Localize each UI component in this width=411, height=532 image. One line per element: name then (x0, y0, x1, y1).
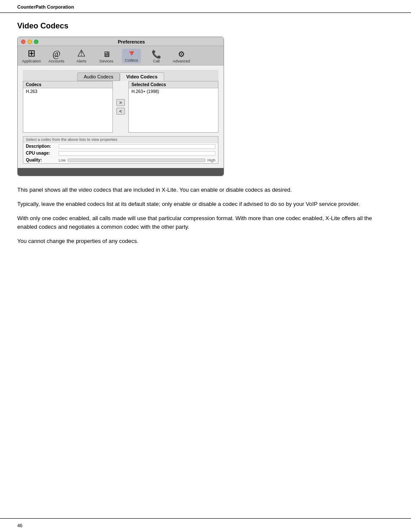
alerts-label: Alerts (77, 59, 87, 63)
cpu-label: CPU usage: (26, 151, 56, 156)
codec-arrows: > < (113, 81, 128, 133)
description-row: Description: (23, 143, 218, 150)
main-content: Video Codecs Preferences ⊞ Application @… (0, 13, 411, 268)
toolbar-item-codecs[interactable]: 🔻 Codecs (122, 49, 141, 63)
body-paragraph-2: Typically, leave the enabled codecs list… (17, 200, 379, 209)
quality-bar-container: Low High (59, 158, 215, 162)
tab-video-codecs[interactable]: Video Codecs (120, 72, 164, 81)
quality-low-label: Low (59, 158, 66, 162)
toolbar-item-accounts[interactable]: @ Accounts (47, 50, 66, 63)
selected-codec-item-h263plus[interactable]: H.263+ (1998) (129, 88, 218, 95)
alerts-icon: ⚠ (77, 49, 86, 58)
body-paragraph-3: With only one codec enabled, all calls m… (17, 214, 379, 232)
toolbar-item-advanced[interactable]: ⚙ Advanced (172, 50, 191, 63)
toolbar-item-application[interactable]: ⊞ Application (22, 49, 41, 63)
preferences-dialog: Preferences ⊞ Application @ Accounts ⚠ A… (17, 37, 224, 176)
quality-label: Quality: (26, 158, 56, 162)
codec-panel: Codecs H.263 > < Selected Codecs H.263+ … (23, 81, 218, 133)
move-right-button[interactable]: > (116, 99, 125, 106)
devices-icon: 🖥 (103, 50, 110, 58)
application-icon: ⊞ (28, 49, 35, 58)
dialog-title: Preferences (43, 39, 220, 44)
advanced-icon: ⚙ (178, 50, 185, 58)
application-label: Application (22, 59, 41, 63)
page-footer: 46 (0, 518, 411, 532)
toolbar-item-devices[interactable]: 🖥 Devices (97, 50, 116, 63)
codecs-icon: 🔻 (127, 50, 136, 57)
cpu-value (59, 151, 215, 156)
toolbar-item-call[interactable]: 📞 Call (147, 50, 166, 63)
section-title: Video Codecs (17, 22, 394, 31)
devices-label: Devices (100, 59, 113, 63)
toolbar: ⊞ Application @ Accounts ⚠ Alerts 🖥 Devi… (18, 46, 224, 65)
close-button[interactable] (21, 40, 25, 44)
cpu-row: CPU usage: (23, 150, 218, 157)
selected-codecs-list: Selected Codecs H.263+ (1998) (128, 81, 218, 133)
maximize-button[interactable] (34, 40, 38, 44)
traffic-lights (21, 40, 38, 44)
body-paragraph-4: You cannot change the properties of any … (17, 237, 379, 246)
description-value (59, 144, 215, 149)
codecs-list-header: Codecs (23, 81, 112, 88)
description-label: Description: (26, 144, 56, 149)
call-icon: 📞 (152, 50, 161, 58)
accounts-icon: @ (53, 50, 60, 58)
codecs-list: Codecs H.263 (23, 81, 113, 133)
dialog-body: Audio Codecs Video Codecs Codecs H.263 >… (18, 65, 224, 168)
minimize-button[interactable] (28, 40, 32, 44)
title-bar: Preferences (18, 37, 224, 46)
selected-codecs-header: Selected Codecs (129, 81, 218, 88)
codec-item-h263[interactable]: H.263 (23, 88, 112, 95)
call-label: Call (153, 59, 160, 63)
tab-strip: Audio Codecs Video Codecs (23, 70, 218, 81)
properties-hint: Select a codec from the above lists to v… (23, 137, 218, 143)
dialog-footer (18, 168, 224, 176)
properties-section: Select a codec from the above lists to v… (23, 136, 218, 164)
tab-audio-codecs[interactable]: Audio Codecs (77, 72, 120, 81)
quality-slider[interactable] (68, 159, 206, 162)
toolbar-item-alerts[interactable]: ⚠ Alerts (72, 49, 91, 63)
page-number: 46 (17, 523, 22, 528)
company-name: CounterPath Corporation (17, 4, 74, 9)
body-paragraph-1: This panel shows all the video codecs th… (17, 186, 379, 195)
quality-high-label: High (207, 158, 215, 162)
move-left-button[interactable]: < (116, 108, 125, 115)
advanced-label: Advanced (173, 59, 190, 63)
quality-row: Quality: Low High (23, 157, 218, 163)
page-header: CounterPath Corporation (0, 0, 411, 13)
codecs-label: Codecs (125, 58, 138, 62)
accounts-label: Accounts (49, 59, 65, 63)
